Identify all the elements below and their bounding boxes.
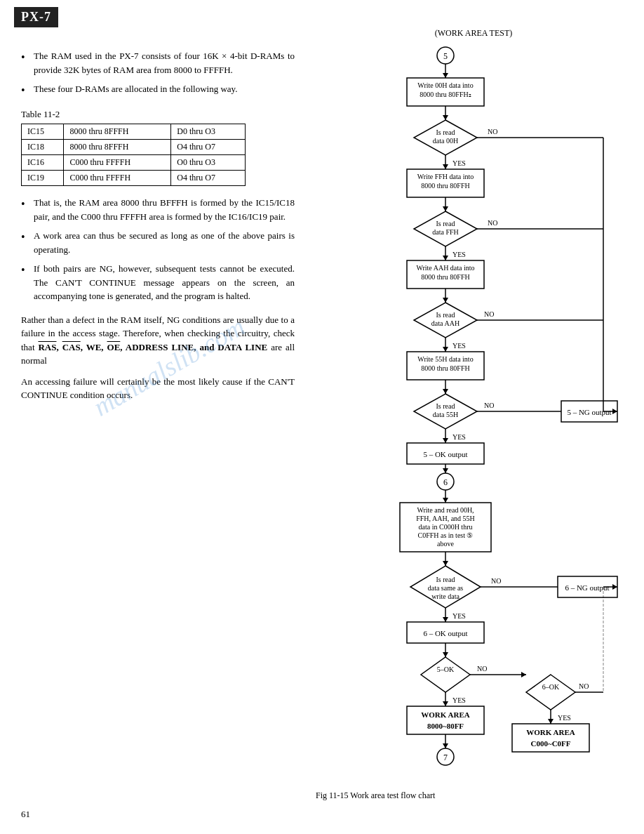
svg-text:data AAH: data AAH <box>431 319 459 327</box>
data-cell: O0 thru O3 <box>171 155 246 171</box>
bullet-item-3: • That is, the RAM area 8000 thru BFFFH … <box>21 196 295 223</box>
svg-text:Write AAH data into: Write AAH data into <box>416 264 474 272</box>
svg-marker-66 <box>443 468 448 473</box>
svg-marker-94 <box>421 657 470 692</box>
bullet-dot-4: • <box>21 229 31 256</box>
ic-cell: IC16 <box>22 155 64 171</box>
range-cell: C000 thru FFFFH <box>64 155 171 171</box>
svg-text:7: 7 <box>443 753 448 762</box>
svg-text:data 00H: data 00H <box>433 137 458 145</box>
svg-marker-21 <box>443 206 448 211</box>
svg-text:6 – OK output: 6 – OK output <box>423 629 467 637</box>
svg-text:data same as: data same as <box>428 584 464 592</box>
bullet-item-5: • If both pairs are NG, however, subsequ… <box>21 262 295 303</box>
data-cell: O4 thru O7 <box>171 171 246 186</box>
svg-text:YES: YES <box>452 696 466 704</box>
svg-marker-105 <box>443 743 448 748</box>
bullet-dot-5: • <box>21 262 31 303</box>
svg-text:data 55H: data 55H <box>433 411 458 418</box>
svg-marker-68 <box>443 498 448 503</box>
svg-text:C000~C0FF: C000~C0FF <box>530 739 570 748</box>
svg-text:WORK AREA: WORK AREA <box>526 728 575 736</box>
bullet-item-4: • A work area can thus be secured as lon… <box>21 229 295 256</box>
flowchart-area: (WORK AREA TEST) 5 Write 00H data into 8… <box>309 28 638 808</box>
bullet-dot-1: • <box>21 49 31 77</box>
svg-text:YES: YES <box>452 342 466 350</box>
bullet-section-2: • That is, the RAM area 8000 thru BFFFH … <box>21 196 295 303</box>
svg-text:YES: YES <box>558 714 571 722</box>
flowchart-svg: 5 Write 00H data into 8000 thru 80FFH₂ I… <box>309 43 624 808</box>
svg-text:above: above <box>437 540 454 548</box>
svg-text:5–OK: 5–OK <box>437 666 455 673</box>
ic-cell: IC18 <box>22 140 64 155</box>
svg-text:Write 55H data into: Write 55H data into <box>417 355 473 363</box>
bullet-section-1: • The RAM used in the PX-7 consists of f… <box>21 49 295 99</box>
bullet-text-3: That is, the RAM area 8000 thru BFFFH is… <box>34 196 295 223</box>
svg-text:FFH, AAH, and 55H: FFH, AAH, and 55H <box>416 515 475 522</box>
svg-text:6: 6 <box>443 477 448 487</box>
svg-text:C0FFH as in test ⑤: C0FFH as in test ⑤ <box>417 531 473 539</box>
page-number: 61 <box>21 809 30 820</box>
svg-marker-41 <box>443 347 448 352</box>
svg-text:6–OK: 6–OK <box>542 683 560 691</box>
table-row: IC16C000 thru FFFFHO0 thru O3 <box>22 155 246 171</box>
svg-marker-99 <box>443 701 448 706</box>
svg-text:NO: NO <box>491 577 501 585</box>
svg-text:5: 5 <box>443 51 448 61</box>
svg-text:8000~80FF: 8000~80FF <box>427 722 464 730</box>
bullet-item-2: • These four D-RAMs are allocated in the… <box>21 82 295 99</box>
range-cell: 8000 thru 8FFFH <box>64 140 171 155</box>
svg-marker-15 <box>443 164 448 169</box>
paragraph-1: Rather than a defect in the RAM itself, … <box>21 313 295 368</box>
svg-marker-8 <box>443 115 448 120</box>
svg-marker-47 <box>443 389 448 394</box>
svg-marker-28 <box>443 256 448 260</box>
svg-text:NO: NO <box>488 219 497 227</box>
fig-caption: Fig 11-15 Work area test flow chart <box>316 790 435 801</box>
bullet-dot-2: • <box>21 82 31 99</box>
svg-text:Is read: Is read <box>436 402 455 410</box>
svg-marker-108 <box>526 675 575 710</box>
data-cell: D0 thru O3 <box>171 124 246 140</box>
svg-text:8000 thru 80FFH: 8000 thru 80FFH <box>421 182 469 190</box>
overline-text: RAS, CAS, WE, OE, ADDRESS LINE, and DATA… <box>38 342 267 352</box>
bullet-text-1: The RAM used in the PX-7 consists of fou… <box>34 49 295 77</box>
paragraph-2: An accessing failure will certainly be t… <box>21 375 295 402</box>
svg-text:Write and read 00H,: Write and read 00H, <box>417 506 474 514</box>
ic-cell: IC19 <box>22 171 64 186</box>
bullet-dot-3: • <box>21 196 31 223</box>
svg-text:Is read: Is read <box>436 576 455 583</box>
svg-text:YES: YES <box>452 433 466 441</box>
svg-text:YES: YES <box>452 251 466 258</box>
svg-text:NO: NO <box>484 402 494 409</box>
ic-table: IC158000 thru 8FFFHD0 thru O3IC188000 th… <box>21 124 246 186</box>
range-cell: C000 thru FFFFH <box>64 171 171 186</box>
svg-text:Is read: Is read <box>436 220 455 227</box>
data-cell: O4 thru O7 <box>171 140 246 155</box>
table-label: Table 11-2 <box>21 109 295 120</box>
svg-text:8000 thru 80FFH₂: 8000 thru 80FFH₂ <box>420 91 471 98</box>
page-header: PX-7 <box>14 7 58 27</box>
svg-text:Write 00H data into: Write 00H data into <box>417 81 473 89</box>
svg-text:data FFH: data FFH <box>432 228 459 236</box>
svg-marker-34 <box>443 298 448 303</box>
svg-text:8000 thru 80FFH: 8000 thru 80FFH <box>421 273 469 281</box>
flowchart-title: (WORK AREA TEST) <box>309 28 638 39</box>
svg-text:data in C000H thru: data in C000H thru <box>419 523 473 531</box>
svg-text:Is read: Is read <box>436 311 455 319</box>
svg-text:NO: NO <box>484 310 494 318</box>
svg-text:NO: NO <box>477 665 487 673</box>
svg-text:write data: write data <box>431 593 459 600</box>
table-row: IC19C000 thru FFFFHO4 thru O7 <box>22 171 246 186</box>
svg-text:WORK AREA: WORK AREA <box>421 710 469 719</box>
svg-marker-84 <box>443 617 448 622</box>
range-cell: 8000 thru 8FFFH <box>64 124 171 140</box>
svg-marker-54 <box>443 438 448 443</box>
svg-text:YES: YES <box>452 612 466 620</box>
svg-marker-113 <box>548 719 554 724</box>
svg-marker-119 <box>521 672 526 677</box>
svg-text:Write FFH data into: Write FFH data into <box>417 173 474 180</box>
svg-text:Is read: Is read <box>436 128 455 136</box>
svg-marker-3 <box>443 73 448 78</box>
bullet-text-4: A work area can thus be secured as long … <box>34 229 295 256</box>
